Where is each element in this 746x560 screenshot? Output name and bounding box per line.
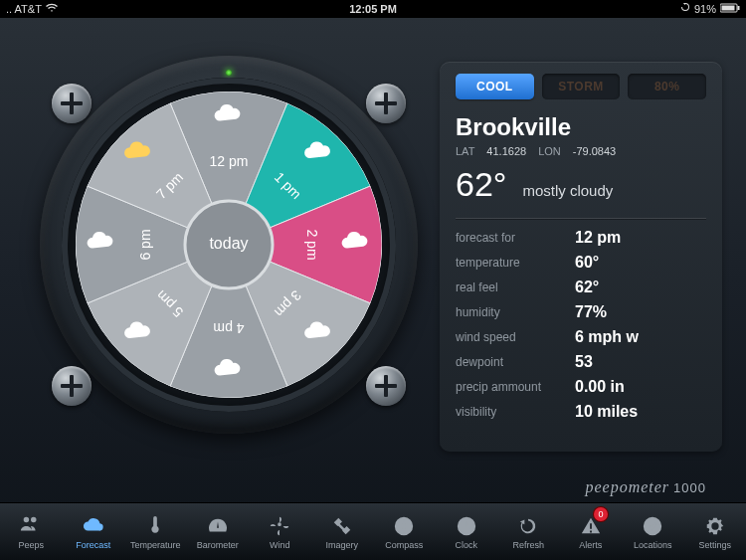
detail-value: 60° — [575, 254, 599, 272]
tab-refresh[interactable]: Refresh — [497, 503, 560, 560]
tab-compass[interactable]: Compass — [373, 503, 436, 560]
detail-key: real feel — [456, 280, 575, 294]
fan-icon — [268, 514, 291, 538]
main-panel: 12 pm1 pm2 pm3 pm4 pm5 pm6 pm7 pmtoday C… — [0, 18, 746, 502]
brand-name: peepometer — [585, 478, 669, 495]
tab-bar: PeepsForecastTemperatureBarometerWindIma… — [0, 502, 746, 560]
divider — [456, 218, 706, 219]
tab-label: Wind — [270, 540, 290, 550]
pin-icon — [641, 514, 664, 538]
current-condition: mostly cloudy — [522, 182, 613, 199]
detail-value: 77% — [575, 303, 607, 321]
tab-label: Refresh — [512, 540, 544, 550]
slice-label: 2 pm — [304, 229, 320, 260]
clock-icon — [455, 514, 478, 538]
detail-row: wind speed6 mph w — [456, 328, 706, 346]
lat-label: LAT — [456, 145, 474, 157]
lat-value: 41.1628 — [486, 145, 526, 157]
location-coords: LAT 41.1628 LON -79.0843 — [456, 145, 706, 157]
svg-rect-1 — [722, 6, 735, 11]
brand-label: peepometer1000 — [585, 478, 706, 496]
slice-label: 4 pm — [213, 320, 244, 336]
people-icon — [19, 514, 43, 538]
status-led-icon — [226, 70, 232, 76]
bolt-icon — [52, 84, 92, 123]
lon-value: -79.0843 — [573, 145, 616, 157]
detail-key: wind speed — [456, 330, 575, 344]
detail-row: temperature60° — [456, 254, 706, 272]
gauge-center-label: today — [209, 235, 248, 252]
forecast-gauge-housing: 12 pm1 pm2 pm3 pm4 pm5 pm6 pm7 pmtoday — [40, 56, 418, 434]
tab-label: Clock — [455, 540, 477, 550]
detail-value: 12 pm — [575, 229, 621, 247]
bolt-icon — [52, 366, 92, 406]
sat-icon — [330, 514, 354, 538]
slice-label: 6 pm — [137, 229, 153, 260]
forecast-wheel[interactable]: 12 pm1 pm2 pm3 pm4 pm5 pm6 pm7 pmtoday — [76, 92, 382, 398]
detail-row: visibility10 miles — [456, 403, 706, 421]
lon-label: LON — [538, 145, 561, 157]
refresh-icon — [516, 514, 540, 538]
bolt-icon — [366, 366, 406, 406]
tab-locations[interactable]: Locations — [622, 503, 684, 560]
battery-pct: 91% — [694, 3, 716, 15]
gauge-face[interactable]: 12 pm1 pm2 pm3 pm4 pm5 pm6 pm7 pmtoday — [76, 92, 382, 398]
gear-icon — [703, 514, 727, 538]
detail-key: humidity — [456, 305, 575, 319]
details-list: forecast for12 pmtemperature60°real feel… — [456, 229, 706, 421]
detail-key: dewpoint — [456, 355, 575, 369]
tab-peeps[interactable]: Peeps — [0, 503, 63, 560]
location-name: Brookville — [456, 113, 706, 141]
gauge-icon — [206, 514, 230, 538]
detail-key: precip ammount — [456, 380, 575, 394]
detail-value: 62° — [575, 279, 599, 296]
tab-imagery[interactable]: Imagery — [311, 503, 374, 560]
info-panel: COOL STORM 80% Brookville LAT 41.1628 LO… — [440, 62, 722, 452]
slice-label: 12 pm — [210, 153, 249, 169]
tab-label: Barometer — [197, 540, 239, 550]
current-temperature: 62° — [456, 165, 506, 204]
detail-key: forecast for — [456, 231, 575, 245]
status-time: 12:05 PM — [251, 3, 495, 15]
tab-temperature[interactable]: Temperature — [124, 503, 187, 560]
tab-settings[interactable]: Settings — [684, 503, 747, 560]
tab-label: Peeps — [18, 540, 44, 550]
detail-row: forecast for12 pm — [456, 229, 706, 247]
tab-forecast[interactable]: Forecast — [63, 503, 125, 560]
detail-key: visibility — [456, 405, 575, 419]
detail-value: 6 mph w — [575, 328, 639, 346]
gauge-ring: 12 pm1 pm2 pm3 pm4 pm5 pm6 pm7 pmtoday — [62, 78, 396, 412]
detail-value: 53 — [575, 353, 593, 371]
alert-count-badge: 0 — [594, 507, 608, 521]
compass-icon — [392, 514, 416, 538]
tab-label: Alerts — [579, 540, 602, 550]
tab-label: Compass — [385, 540, 423, 550]
badge-cool[interactable]: COOL — [456, 74, 534, 99]
badge-storm[interactable]: STORM — [542, 74, 621, 99]
detail-key: temperature — [456, 256, 575, 270]
tab-wind[interactable]: Wind — [249, 503, 311, 560]
tab-label: Temperature — [130, 540, 181, 550]
svg-rect-2 — [738, 6, 740, 10]
detail-value: 0.00 in — [575, 378, 625, 396]
tab-label: Settings — [698, 540, 731, 550]
bolt-icon — [366, 84, 406, 123]
wifi-icon — [46, 3, 58, 15]
status-bar: .. AT&T 12:05 PM 91% — [0, 0, 746, 18]
badge-pct[interactable]: 80% — [628, 74, 706, 99]
tab-clock[interactable]: Clock — [436, 503, 498, 560]
carrier-label: .. AT&T — [6, 3, 42, 15]
cloud-icon — [82, 514, 105, 538]
detail-row: dewpoint53 — [456, 353, 706, 371]
orientation-lock-icon — [680, 3, 690, 15]
detail-row: precip ammount0.00 in — [456, 378, 706, 396]
tab-label: Locations — [634, 540, 672, 550]
detail-row: real feel62° — [456, 279, 706, 296]
tab-label: Forecast — [76, 540, 110, 550]
detail-value: 10 miles — [575, 403, 638, 421]
tab-label: Imagery — [325, 540, 358, 550]
tab-barometer[interactable]: Barometer — [187, 503, 250, 560]
battery-icon — [720, 3, 740, 15]
brand-model: 1000 — [673, 480, 706, 495]
tab-alerts[interactable]: Alerts0 — [560, 503, 623, 560]
